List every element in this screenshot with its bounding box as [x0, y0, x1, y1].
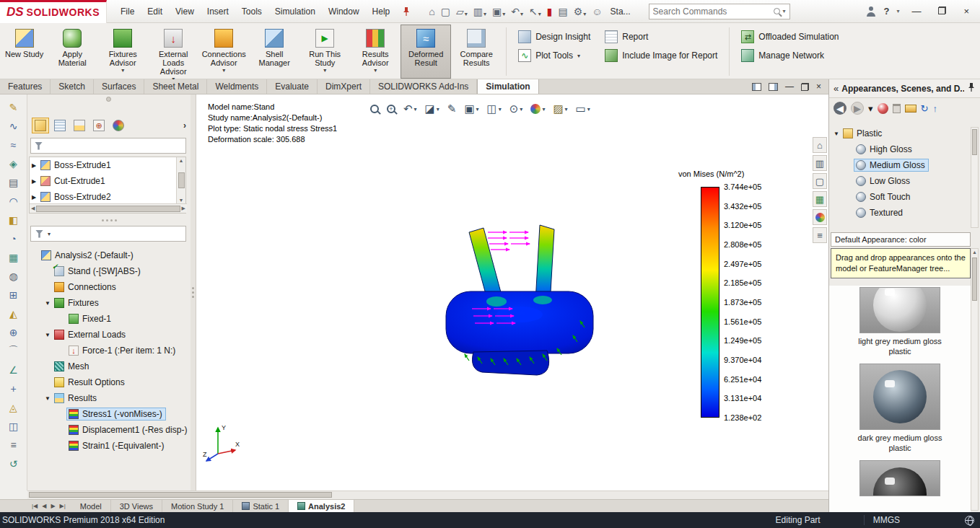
toolbar-button[interactable]: ⚙▾	[572, 4, 589, 19]
appearances-tool-button[interactable]: ▶	[851, 102, 864, 115]
panel-splitter-handle[interactable]	[106, 97, 111, 102]
tree-item[interactable]: Displacement1 (-Res disp-)	[29, 422, 189, 438]
ribbon-button[interactable]: Fixtures Advisor ▾	[97, 25, 148, 79]
scrollbar-thumb[interactable]	[29, 492, 332, 498]
side-tool-button[interactable]: ⊕	[4, 324, 24, 341]
toolbar-button[interactable]: ⌂	[426, 4, 437, 19]
featuremanager-tab[interactable]	[71, 118, 88, 133]
ribbon-button[interactable]: Compare Results	[451, 25, 502, 79]
side-tool-button[interactable]: ✎	[4, 99, 24, 116]
ribbon-small-button[interactable]: Offloaded Simulation	[741, 30, 839, 43]
side-tool-button[interactable]: ↺	[4, 455, 24, 472]
side-tool-button[interactable]: ≡	[4, 436, 24, 454]
tree-item[interactable]: Stand (-[SW]ABS-)	[29, 263, 189, 279]
side-tool-button[interactable]: ◔	[4, 230, 24, 247]
commandmanager-tab[interactable]: Features	[0, 79, 51, 94]
menu-item[interactable]: Insert	[201, 4, 235, 19]
view-tool-button[interactable]: ⊙▾	[507, 102, 525, 116]
toolbar-button[interactable]: ▤	[556, 4, 569, 19]
pin-menu-icon[interactable]	[402, 6, 411, 17]
side-tool-button[interactable]: ◍	[4, 268, 24, 285]
side-tool-button[interactable]: ≈	[4, 136, 24, 154]
ribbon-button[interactable]: Results Advisor ▾	[350, 25, 401, 79]
tree-item[interactable]: Fixed-1	[29, 311, 189, 327]
tree-item[interactable]: ▼ Fixtures	[29, 295, 189, 311]
menu-item[interactable]: Simulation	[268, 4, 322, 19]
tree-scrollbar[interactable]	[971, 127, 979, 228]
vertical-scrollbar[interactable]: ▲ ▼	[176, 157, 185, 203]
viewport-horizontal-scrollbar[interactable]	[27, 490, 828, 499]
tree-item[interactable]: Result Options	[29, 374, 189, 390]
tab-scroll-button[interactable]: ▶	[49, 503, 56, 509]
display-pane-button[interactable]: ⌂	[813, 137, 827, 153]
restore-window-button[interactable]	[933, 4, 951, 18]
tree-item[interactable]: ▶ Boss-Extrude2	[30, 189, 175, 205]
side-tool-button[interactable]: ◭	[4, 305, 24, 322]
menu-item[interactable]: File	[114, 4, 141, 19]
scrollbar-thumb[interactable]	[972, 258, 977, 301]
view-tool-button[interactable]: ↶▾	[401, 102, 419, 116]
tab-scroll-button[interactable]: ▶|	[58, 503, 67, 509]
ribbon-button[interactable]: Shell Manager	[249, 25, 299, 79]
featuremanager-tab[interactable]	[51, 118, 69, 133]
tree-item[interactable]: Connections	[29, 279, 189, 295]
appearance-tree-item[interactable]: High Gloss	[831, 141, 969, 157]
appearances-tool-button[interactable]	[893, 104, 901, 113]
ribbon-button[interactable]: Apply Material	[47, 25, 97, 79]
commandmanager-tab[interactable]: Sketch	[51, 79, 94, 94]
commandmanager-tab[interactable]: Weldments	[207, 79, 267, 94]
side-tool-button[interactable]: ◈	[4, 155, 24, 172]
view-tool-button[interactable]: ◫▾	[485, 102, 504, 116]
appearances-tool-button[interactable]	[905, 105, 916, 113]
globe-icon[interactable]	[965, 516, 974, 525]
scrollbar-thumb[interactable]	[36, 206, 180, 212]
tree-item[interactable]: ▼ External Loads	[29, 327, 189, 343]
scrollbar-thumb[interactable]	[972, 129, 977, 155]
tree-item[interactable]: Force-1 (:Per item: 1 N:)	[29, 343, 189, 358]
appearance-thumbnail[interactable]	[859, 460, 940, 496]
tab-scroll-button[interactable]: |◀	[30, 503, 39, 509]
close-window-button[interactable]: ×	[958, 4, 974, 18]
commandmanager-tab[interactable]: Surfaces	[94, 79, 144, 94]
thumbnails-scrollbar[interactable]: ▲	[971, 248, 979, 511]
tree-item[interactable]: Analysis2 (-Default-)	[29, 247, 189, 263]
appearance-tree-item[interactable]: Low Gloss	[831, 173, 969, 189]
appearances-tool-button[interactable]: ▾	[868, 103, 873, 114]
commandmanager-tab[interactable]: DimXpert	[318, 79, 370, 94]
view-tool-button[interactable]: ▣▾	[462, 102, 481, 116]
side-tool-button[interactable]: ▤	[4, 174, 24, 191]
view-tool-button[interactable]: ◪▾	[423, 102, 442, 116]
toolbar-button[interactable]: ▮	[545, 4, 555, 19]
side-tool-button[interactable]: ◫	[4, 418, 24, 435]
toolbar-button[interactable]: Sta...	[606, 5, 633, 18]
view-tool-button[interactable]: ▾	[528, 102, 547, 115]
side-tool-button[interactable]: ⌒	[4, 343, 24, 360]
side-tool-button[interactable]: ▦	[4, 249, 24, 266]
appearance-thumbnail[interactable]: dark grey medium gloss plastic	[853, 364, 947, 453]
toolbar-button[interactable]: ▣▾	[490, 4, 507, 19]
toolbar-button[interactable]: ▥▾	[471, 4, 489, 19]
view-tool-button[interactable]: ▨▾	[551, 102, 569, 116]
document-tab[interactable]: Static 1	[233, 500, 289, 512]
scrollbar-thumb[interactable]	[178, 172, 185, 188]
pin-pane-icon[interactable]	[967, 82, 976, 94]
simulation-filter-box[interactable]: ▾	[30, 226, 186, 242]
tree-splitter-handle[interactable]	[27, 217, 191, 223]
scroll-up-icon[interactable]: ▲	[179, 158, 184, 163]
document-tab[interactable]: Analysis2	[289, 500, 354, 512]
ribbon-button[interactable]: Connections Advisor ▾	[198, 25, 249, 79]
ribbon-button[interactable]: Deformed Result	[401, 25, 451, 79]
appearances-tool-button[interactable]: ↻	[921, 103, 929, 114]
ribbon-button[interactable]: External Loads Advisor ▾	[148, 25, 198, 79]
toolbar-button[interactable]: ▱▾	[454, 4, 470, 19]
side-tool-button[interactable]: ∠	[4, 361, 24, 379]
filter-dropdown-icon[interactable]: ▾	[48, 231, 51, 237]
appearances-tool-button[interactable]	[878, 103, 888, 114]
scroll-up-icon[interactable]: ▲	[971, 249, 978, 256]
commandmanager-tab[interactable]: SOLIDWORKS Add-Ins	[370, 79, 477, 94]
featuremanager-tab[interactable]	[110, 118, 127, 133]
tree-item[interactable]: ▼ Results	[29, 390, 189, 406]
display-pane-button[interactable]: ≡	[813, 227, 827, 243]
ribbon-small-button[interactable]: Manage Network	[741, 49, 839, 62]
tree-item[interactable]: Strain1 (-Equivalent-)	[29, 438, 189, 454]
